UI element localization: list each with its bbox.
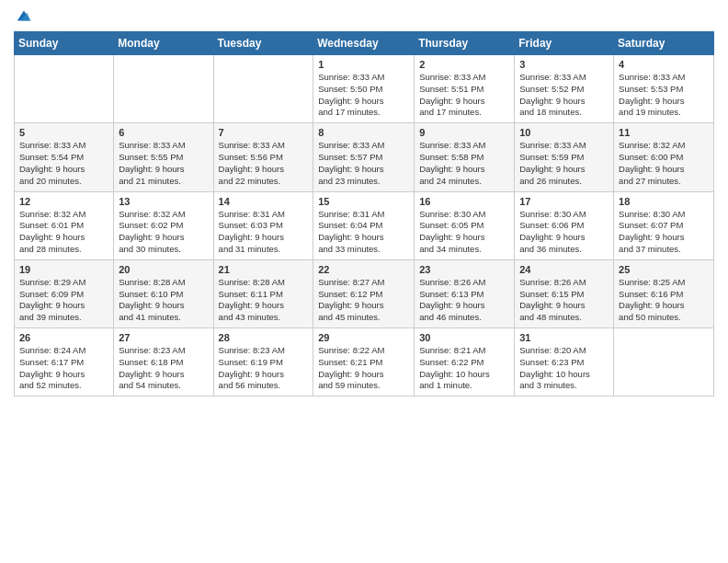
day-info-11: Sunrise: 8:32 AM Sunset: 6:00 PM Dayligh… xyxy=(619,140,709,187)
day-cell-14: 14Sunrise: 8:31 AM Sunset: 6:03 PM Dayli… xyxy=(213,191,313,259)
day-info-19: Sunrise: 8:29 AM Sunset: 6:09 PM Dayligh… xyxy=(19,277,108,324)
day-number-1: 1 xyxy=(318,59,409,70)
day-info-21: Sunrise: 8:28 AM Sunset: 6:11 PM Dayligh… xyxy=(219,277,309,324)
day-cell-24: 24Sunrise: 8:26 AM Sunset: 6:15 PM Dayli… xyxy=(515,259,614,327)
day-cell-20: 20Sunrise: 8:28 AM Sunset: 6:10 PM Dayli… xyxy=(114,259,213,327)
day-info-27: Sunrise: 8:23 AM Sunset: 6:18 PM Dayligh… xyxy=(119,345,208,392)
day-number-2: 2 xyxy=(419,59,509,70)
day-number-9: 9 xyxy=(419,127,509,138)
day-cell-18: 18Sunrise: 8:30 AM Sunset: 6:07 PM Dayli… xyxy=(614,191,714,259)
day-info-2: Sunrise: 8:33 AM Sunset: 5:51 PM Dayligh… xyxy=(419,72,509,119)
day-number-17: 17 xyxy=(519,196,609,207)
day-info-15: Sunrise: 8:31 AM Sunset: 6:04 PM Dayligh… xyxy=(318,209,409,256)
day-number-25: 25 xyxy=(619,264,709,275)
day-number-19: 19 xyxy=(19,264,108,275)
day-info-18: Sunrise: 8:30 AM Sunset: 6:07 PM Dayligh… xyxy=(619,209,709,256)
day-number-16: 16 xyxy=(419,196,509,207)
day-cell-30: 30Sunrise: 8:21 AM Sunset: 6:22 PM Dayli… xyxy=(415,328,515,396)
day-cell-6: 6Sunrise: 8:33 AM Sunset: 5:55 PM Daylig… xyxy=(114,123,213,191)
day-cell-17: 17Sunrise: 8:30 AM Sunset: 6:06 PM Dayli… xyxy=(515,191,614,259)
day-cell-2: 2Sunrise: 8:33 AM Sunset: 5:51 PM Daylig… xyxy=(415,55,515,123)
day-number-18: 18 xyxy=(619,196,709,207)
day-info-17: Sunrise: 8:30 AM Sunset: 6:06 PM Dayligh… xyxy=(519,209,609,256)
day-cell-1: 1Sunrise: 8:33 AM Sunset: 5:50 PM Daylig… xyxy=(313,55,415,123)
day-number-20: 20 xyxy=(119,264,208,275)
day-cell-22: 22Sunrise: 8:27 AM Sunset: 6:12 PM Dayli… xyxy=(313,259,415,327)
day-info-20: Sunrise: 8:28 AM Sunset: 6:10 PM Dayligh… xyxy=(119,277,208,324)
day-number-10: 10 xyxy=(519,127,609,138)
day-number-31: 31 xyxy=(519,332,609,343)
day-cell-13: 13Sunrise: 8:32 AM Sunset: 6:02 PM Dayli… xyxy=(114,191,213,259)
day-info-25: Sunrise: 8:25 AM Sunset: 6:16 PM Dayligh… xyxy=(619,277,709,324)
day-cell-12: 12Sunrise: 8:32 AM Sunset: 6:01 PM Dayli… xyxy=(15,191,114,259)
day-cell-10: 10Sunrise: 8:33 AM Sunset: 5:59 PM Dayli… xyxy=(515,123,614,191)
weekday-header-tuesday: Tuesday xyxy=(213,32,313,55)
empty-cell xyxy=(15,55,114,123)
day-number-23: 23 xyxy=(419,264,509,275)
weekday-header-wednesday: Wednesday xyxy=(313,32,415,55)
week-row-4: 19Sunrise: 8:29 AM Sunset: 6:09 PM Dayli… xyxy=(15,259,714,327)
day-cell-3: 3Sunrise: 8:33 AM Sunset: 5:52 PM Daylig… xyxy=(515,55,614,123)
day-cell-9: 9Sunrise: 8:33 AM Sunset: 5:58 PM Daylig… xyxy=(415,123,515,191)
week-row-3: 12Sunrise: 8:32 AM Sunset: 6:01 PM Dayli… xyxy=(15,191,714,259)
day-number-12: 12 xyxy=(19,196,108,207)
day-info-4: Sunrise: 8:33 AM Sunset: 5:53 PM Dayligh… xyxy=(619,72,709,119)
calendar-table: SundayMondayTuesdayWednesdayThursdayFrid… xyxy=(14,31,714,396)
week-row-5: 26Sunrise: 8:24 AM Sunset: 6:17 PM Dayli… xyxy=(15,328,714,396)
day-cell-5: 5Sunrise: 8:33 AM Sunset: 5:54 PM Daylig… xyxy=(15,123,114,191)
day-cell-8: 8Sunrise: 8:33 AM Sunset: 5:57 PM Daylig… xyxy=(313,123,415,191)
day-number-13: 13 xyxy=(119,196,208,207)
logo xyxy=(14,9,32,24)
day-info-16: Sunrise: 8:30 AM Sunset: 6:05 PM Dayligh… xyxy=(419,209,509,256)
weekday-header-row: SundayMondayTuesdayWednesdayThursdayFrid… xyxy=(15,32,714,55)
day-info-28: Sunrise: 8:23 AM Sunset: 6:19 PM Dayligh… xyxy=(219,345,309,392)
day-number-14: 14 xyxy=(219,196,309,207)
day-cell-11: 11Sunrise: 8:32 AM Sunset: 6:00 PM Dayli… xyxy=(614,123,714,191)
day-number-15: 15 xyxy=(318,196,409,207)
day-info-14: Sunrise: 8:31 AM Sunset: 6:03 PM Dayligh… xyxy=(219,209,309,256)
weekday-header-sunday: Sunday xyxy=(15,32,114,55)
day-info-5: Sunrise: 8:33 AM Sunset: 5:54 PM Dayligh… xyxy=(19,140,108,187)
day-info-1: Sunrise: 8:33 AM Sunset: 5:50 PM Dayligh… xyxy=(318,72,409,119)
day-cell-29: 29Sunrise: 8:22 AM Sunset: 6:21 PM Dayli… xyxy=(313,328,415,396)
day-number-8: 8 xyxy=(318,127,409,138)
day-number-6: 6 xyxy=(119,127,208,138)
day-cell-4: 4Sunrise: 8:33 AM Sunset: 5:53 PM Daylig… xyxy=(614,55,714,123)
header xyxy=(14,9,714,24)
week-row-1: 1Sunrise: 8:33 AM Sunset: 5:50 PM Daylig… xyxy=(15,55,714,123)
day-info-26: Sunrise: 8:24 AM Sunset: 6:17 PM Dayligh… xyxy=(19,345,108,392)
day-number-4: 4 xyxy=(619,59,709,70)
day-cell-28: 28Sunrise: 8:23 AM Sunset: 6:19 PM Dayli… xyxy=(213,328,313,396)
day-number-11: 11 xyxy=(619,127,709,138)
day-info-24: Sunrise: 8:26 AM Sunset: 6:15 PM Dayligh… xyxy=(519,277,609,324)
day-number-30: 30 xyxy=(419,332,509,343)
day-number-29: 29 xyxy=(318,332,409,343)
empty-cell xyxy=(213,55,313,123)
day-info-22: Sunrise: 8:27 AM Sunset: 6:12 PM Dayligh… xyxy=(318,277,409,324)
day-info-7: Sunrise: 8:33 AM Sunset: 5:56 PM Dayligh… xyxy=(219,140,309,187)
day-info-29: Sunrise: 8:22 AM Sunset: 6:21 PM Dayligh… xyxy=(318,345,409,392)
day-info-8: Sunrise: 8:33 AM Sunset: 5:57 PM Dayligh… xyxy=(318,140,409,187)
day-number-28: 28 xyxy=(219,332,309,343)
day-number-3: 3 xyxy=(519,59,609,70)
day-cell-27: 27Sunrise: 8:23 AM Sunset: 6:18 PM Dayli… xyxy=(114,328,213,396)
day-info-31: Sunrise: 8:20 AM Sunset: 6:23 PM Dayligh… xyxy=(519,345,609,392)
page: SundayMondayTuesdayWednesdayThursdayFrid… xyxy=(0,0,728,563)
weekday-header-monday: Monday xyxy=(114,32,213,55)
weekday-header-friday: Friday xyxy=(515,32,614,55)
day-info-6: Sunrise: 8:33 AM Sunset: 5:55 PM Dayligh… xyxy=(119,140,208,187)
day-info-30: Sunrise: 8:21 AM Sunset: 6:22 PM Dayligh… xyxy=(419,345,509,392)
day-cell-25: 25Sunrise: 8:25 AM Sunset: 6:16 PM Dayli… xyxy=(614,259,714,327)
day-number-26: 26 xyxy=(19,332,108,343)
logo-icon xyxy=(16,7,32,24)
day-number-27: 27 xyxy=(119,332,208,343)
day-cell-16: 16Sunrise: 8:30 AM Sunset: 6:05 PM Dayli… xyxy=(415,191,515,259)
day-cell-23: 23Sunrise: 8:26 AM Sunset: 6:13 PM Dayli… xyxy=(415,259,515,327)
day-cell-21: 21Sunrise: 8:28 AM Sunset: 6:11 PM Dayli… xyxy=(213,259,313,327)
empty-cell xyxy=(114,55,213,123)
day-number-24: 24 xyxy=(519,264,609,275)
day-info-13: Sunrise: 8:32 AM Sunset: 6:02 PM Dayligh… xyxy=(119,209,208,256)
day-cell-31: 31Sunrise: 8:20 AM Sunset: 6:23 PM Dayli… xyxy=(515,328,614,396)
day-info-3: Sunrise: 8:33 AM Sunset: 5:52 PM Dayligh… xyxy=(519,72,609,119)
day-cell-15: 15Sunrise: 8:31 AM Sunset: 6:04 PM Dayli… xyxy=(313,191,415,259)
